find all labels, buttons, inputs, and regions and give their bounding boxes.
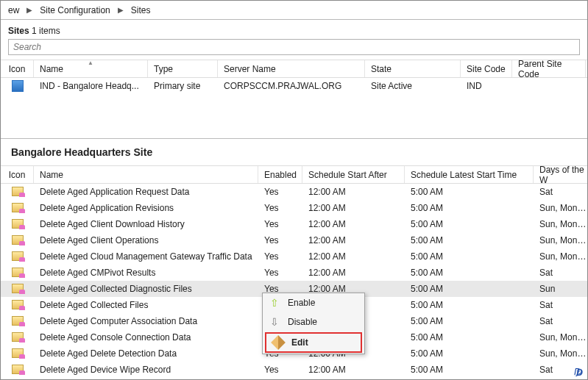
col-name[interactable]: Name▲ [34, 60, 148, 77]
ctx-disable[interactable]: ⇩ Disable [263, 312, 364, 331]
col-state[interactable]: State [365, 60, 461, 77]
col-site-code[interactable]: Site Code [461, 60, 512, 77]
cell-enabled: Yes [258, 235, 302, 245]
task-icon [12, 268, 24, 278]
breadcrumb-item[interactable]: Sites [128, 4, 154, 17]
cell-name: Delete Aged Cloud Management Gateway Tra… [34, 251, 258, 262]
cell-latest: 5:00 AM [405, 316, 534, 326]
sites-count: 1 items [32, 26, 60, 36]
cell-server: CORPSCCM.PRAJWAL.ORG [218, 81, 365, 91]
col-icon[interactable]: Icon [1, 60, 34, 77]
col-icon[interactable]: Icon [1, 166, 34, 183]
ctx-edit[interactable]: Edit [266, 334, 361, 351]
cell-code: IND [461, 81, 512, 91]
ctx-disable-label: Disable [288, 317, 317, 327]
chevron-right-icon: ▶ [118, 6, 124, 14]
cell-days: Sat [534, 300, 588, 310]
cell-enabled: Yes [258, 365, 302, 375]
cell-name: Delete Aged Collected Diagnostic Files [34, 284, 258, 294]
cell-days: Sun [534, 284, 588, 294]
task-row[interactable]: Delete Aged Client Download HistoryYes12… [1, 216, 587, 232]
sites-grid-row[interactable]: IND - Bangalore Headq... Primary site CO… [1, 78, 587, 94]
cell-days: Sun, Mon, T [534, 235, 588, 245]
watermark-logo: PD [575, 368, 583, 378]
sort-asc-icon: ▲ [88, 60, 93, 66]
cell-latest: 5:00 AM [405, 187, 534, 197]
cell-latest: 5:00 AM [405, 235, 534, 245]
cell-latest: 5:00 AM [405, 251, 534, 262]
cell-latest: 5:00 AM [405, 365, 534, 375]
ctx-enable-label: Enable [288, 298, 315, 308]
ctx-enable[interactable]: ⇧ Enable [263, 293, 364, 312]
arrow-up-icon: ⇧ [270, 297, 279, 309]
col-type[interactable]: Type [148, 60, 218, 77]
site-icon [12, 80, 24, 92]
cell-latest: 5:00 AM [405, 284, 534, 294]
sites-grid-header: Icon Name▲ Type Server Name State Site C… [1, 60, 587, 78]
task-row[interactable]: Delete Aged Application RevisionsYes12:0… [1, 200, 587, 216]
breadcrumb-item[interactable]: ew [5, 4, 22, 17]
cell-latest: 5:00 AM [405, 268, 534, 278]
task-icon [12, 187, 24, 197]
cell-name: Delete Aged Client Operations [34, 235, 258, 245]
detail-header: Bangalore Headquarters Site [1, 138, 587, 166]
chevron-right-icon: ▶ [26, 6, 32, 14]
task-row[interactable]: Delete Aged Cloud Management Gateway Tra… [1, 248, 587, 265]
sites-count-header: Sites 1 items [1, 20, 587, 39]
cell-start: 12:00 AM [302, 268, 405, 278]
cell-enabled: Yes [258, 219, 302, 229]
task-icon [12, 284, 24, 294]
cell-days: Sun, Mon, T [534, 203, 588, 213]
cell-enabled: Yes [258, 268, 302, 278]
cell-days: Sat [534, 268, 588, 278]
task-row[interactable]: Delete Aged Device Wipe RecordYes12:00 A… [1, 362, 587, 378]
cell-name: Delete Aged Computer Association Data [34, 316, 258, 326]
cell-name: Delete Aged Client Download History [34, 219, 258, 229]
col-name[interactable]: Name [34, 166, 258, 183]
task-icon [12, 332, 24, 343]
task-row[interactable]: Delete Aged Client OperationsYes12:00 AM… [1, 232, 587, 248]
cell-start: 12:00 AM [302, 219, 405, 229]
cell-start: 12:00 AM [302, 203, 405, 213]
ctx-edit-label: Edit [291, 337, 308, 348]
task-icon [12, 316, 24, 326]
cell-start: 12:00 AM [302, 251, 405, 262]
col-server-name[interactable]: Server Name [218, 60, 365, 77]
cell-days: Sun, Mon, T [534, 219, 588, 229]
col-days[interactable]: Days of the W [534, 166, 588, 183]
cell-type: Primary site [148, 81, 218, 91]
search-input[interactable] [8, 39, 580, 55]
highlight-box: Edit [265, 332, 362, 353]
task-icon [12, 251, 24, 262]
cell-days: Sun, Mon, T [534, 348, 588, 359]
cell-name: Delete Aged Console Connection Data [34, 332, 258, 343]
task-icon [12, 219, 24, 229]
cell-latest: 5:00 AM [405, 348, 534, 359]
cell-enabled: Yes [258, 187, 302, 197]
cell-days: Sat [534, 316, 588, 326]
task-row[interactable]: Delete Aged Application Request DataYes1… [1, 184, 587, 200]
cell-enabled: Yes [258, 251, 302, 262]
cell-days: Sun, Mon, T [534, 332, 588, 343]
task-icon [12, 235, 24, 245]
cell-latest: 5:00 AM [405, 300, 534, 310]
tasks-grid-header: Icon Name Enabled Schedule Start After S… [1, 166, 587, 184]
col-parent-site-code[interactable]: Parent Site Code [512, 60, 586, 77]
task-row[interactable]: Delete Aged CMPivot ResultsYes12:00 AM5:… [1, 265, 587, 281]
cell-latest: 5:00 AM [405, 219, 534, 229]
task-icon [12, 365, 24, 375]
breadcrumb-item[interactable]: Site Configuration [37, 4, 113, 17]
task-icon [12, 203, 24, 213]
col-schedule-start[interactable]: Schedule Start After [302, 166, 405, 183]
col-schedule-latest[interactable]: Schedule Latest Start Time [405, 166, 534, 183]
cell-days: Sun, Mon, T [534, 251, 588, 262]
breadcrumb: ew ▶ Site Configuration ▶ Sites [1, 1, 587, 20]
cell-start: 12:00 AM [302, 235, 405, 245]
arrow-down-icon: ⇩ [270, 316, 279, 328]
task-icon [12, 300, 24, 310]
pencil-icon [271, 335, 286, 350]
cell-state: Site Active [365, 81, 461, 91]
col-enabled[interactable]: Enabled [258, 166, 302, 183]
cell-enabled: Yes [258, 203, 302, 213]
context-menu: ⇧ Enable ⇩ Disable Edit [262, 293, 365, 354]
